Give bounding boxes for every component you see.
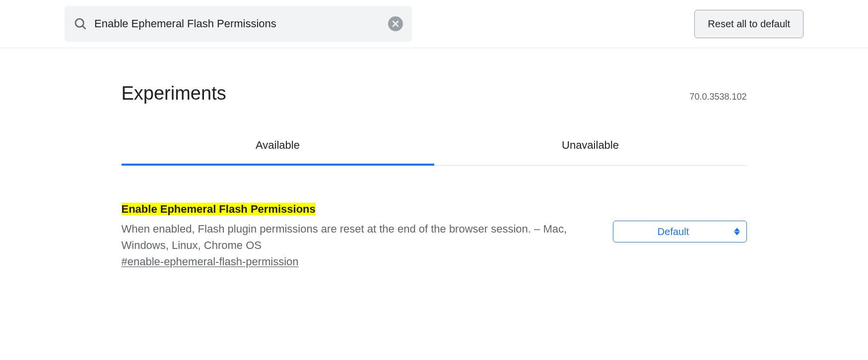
- svg-point-0: [75, 19, 83, 27]
- tab-available[interactable]: Available: [122, 139, 434, 166]
- page-title: Experiments: [122, 83, 226, 104]
- flag-item: Enable Ephemeral Flash Permissions When …: [122, 203, 747, 268]
- search-input[interactable]: [87, 6, 388, 42]
- flag-anchor-link[interactable]: #enable-ephemeral-flash-permission: [122, 255, 299, 268]
- flag-title: Enable Ephemeral Flash Permissions: [122, 203, 316, 215]
- tabs: Available Unavailable: [122, 139, 747, 166]
- header-bar: Reset all to default: [0, 0, 868, 48]
- title-row: Experiments 70.0.3538.102: [122, 83, 747, 104]
- version-label: 70.0.3538.102: [689, 92, 746, 102]
- reset-button[interactable]: Reset all to default: [694, 10, 803, 38]
- tab-unavailable[interactable]: Unavailable: [434, 139, 747, 166]
- flag-select[interactable]: Default: [613, 221, 747, 242]
- content: Experiments 70.0.3538.102 Available Unav…: [122, 48, 747, 268]
- search-icon: [73, 17, 87, 31]
- clear-icon[interactable]: [388, 16, 403, 31]
- search-container: [65, 6, 412, 42]
- flag-select-wrapper: Default: [613, 221, 747, 242]
- flag-info: Enable Ephemeral Flash Permissions When …: [122, 203, 593, 268]
- flag-description: When enabled, Flash plugin permissions a…: [122, 221, 593, 253]
- svg-line-1: [82, 26, 85, 29]
